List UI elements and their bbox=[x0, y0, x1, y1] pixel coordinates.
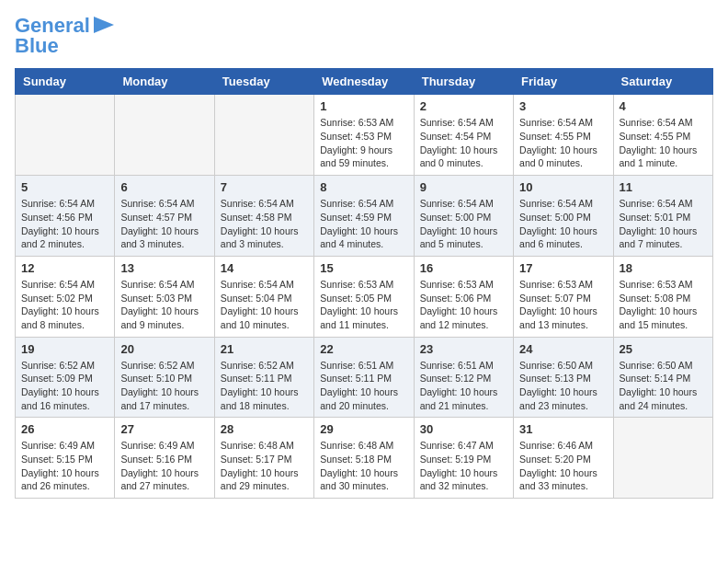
calendar-day-cell: 26Sunrise: 6:49 AMSunset: 5:15 PMDayligh… bbox=[16, 418, 115, 499]
weekday-header-tuesday: Tuesday bbox=[214, 69, 313, 95]
calendar-day-cell: 2Sunrise: 6:54 AMSunset: 4:54 PMDaylight… bbox=[414, 95, 513, 176]
calendar-day-cell: 1Sunrise: 6:53 AMSunset: 4:53 PMDaylight… bbox=[314, 95, 414, 176]
day-info: Sunrise: 6:54 AMSunset: 5:03 PMDaylight:… bbox=[120, 278, 208, 332]
calendar-day-cell: 21Sunrise: 6:52 AMSunset: 5:11 PMDayligh… bbox=[214, 337, 313, 418]
calendar-week-1: 1Sunrise: 6:53 AMSunset: 4:53 PMDaylight… bbox=[16, 95, 713, 176]
day-number: 14 bbox=[221, 261, 308, 275]
day-info: Sunrise: 6:53 AMSunset: 5:05 PMDaylight:… bbox=[320, 278, 407, 332]
calendar-day-cell: 31Sunrise: 6:46 AMSunset: 5:20 PMDayligh… bbox=[514, 418, 613, 499]
day-info: Sunrise: 6:53 AMSunset: 5:07 PMDaylight:… bbox=[519, 278, 607, 332]
day-number: 18 bbox=[620, 261, 707, 275]
calendar-day-cell: 12Sunrise: 6:54 AMSunset: 5:02 PMDayligh… bbox=[16, 256, 115, 337]
day-number: 16 bbox=[420, 261, 507, 275]
day-info: Sunrise: 6:54 AMSunset: 4:56 PMDaylight:… bbox=[21, 197, 108, 251]
calendar-day-cell: 17Sunrise: 6:53 AMSunset: 5:07 PMDayligh… bbox=[514, 256, 613, 337]
day-info: Sunrise: 6:50 AMSunset: 5:14 PMDaylight:… bbox=[620, 359, 707, 413]
day-info: Sunrise: 6:50 AMSunset: 5:13 PMDaylight:… bbox=[519, 359, 607, 413]
calendar-day-cell: 25Sunrise: 6:50 AMSunset: 5:14 PMDayligh… bbox=[613, 337, 712, 418]
calendar-day-cell: 13Sunrise: 6:54 AMSunset: 5:03 PMDayligh… bbox=[115, 256, 214, 337]
calendar-day-cell: 19Sunrise: 6:52 AMSunset: 5:09 PMDayligh… bbox=[16, 337, 115, 418]
calendar-day-cell: 14Sunrise: 6:54 AMSunset: 5:04 PMDayligh… bbox=[214, 256, 313, 337]
weekday-header-sunday: Sunday bbox=[16, 69, 115, 95]
day-info: Sunrise: 6:54 AMSunset: 5:04 PMDaylight:… bbox=[221, 278, 308, 332]
day-info: Sunrise: 6:52 AMSunset: 5:11 PMDaylight:… bbox=[221, 359, 308, 413]
calendar-day-cell: 18Sunrise: 6:53 AMSunset: 5:08 PMDayligh… bbox=[613, 256, 712, 337]
logo: General Blue bbox=[15, 15, 114, 57]
day-number: 2 bbox=[420, 99, 507, 113]
calendar-day-cell: 23Sunrise: 6:51 AMSunset: 5:12 PMDayligh… bbox=[414, 337, 513, 418]
day-info: Sunrise: 6:46 AMSunset: 5:20 PMDaylight:… bbox=[519, 439, 607, 493]
day-number: 3 bbox=[519, 99, 607, 113]
day-number: 10 bbox=[519, 180, 607, 194]
day-info: Sunrise: 6:54 AMSunset: 5:00 PMDaylight:… bbox=[519, 197, 607, 251]
day-number: 11 bbox=[620, 180, 707, 194]
day-info: Sunrise: 6:54 AMSunset: 4:59 PMDaylight:… bbox=[320, 197, 407, 251]
day-info: Sunrise: 6:52 AMSunset: 5:10 PMDaylight:… bbox=[120, 359, 208, 413]
day-info: Sunrise: 6:51 AMSunset: 5:11 PMDaylight:… bbox=[320, 359, 407, 413]
day-number: 8 bbox=[320, 180, 407, 194]
day-number: 25 bbox=[620, 342, 707, 356]
calendar-day-cell: 9Sunrise: 6:54 AMSunset: 5:00 PMDaylight… bbox=[414, 176, 513, 257]
day-number: 26 bbox=[21, 422, 108, 436]
calendar-day-cell: 16Sunrise: 6:53 AMSunset: 5:06 PMDayligh… bbox=[414, 256, 513, 337]
calendar-week-4: 19Sunrise: 6:52 AMSunset: 5:09 PMDayligh… bbox=[16, 337, 713, 418]
day-number: 29 bbox=[320, 422, 407, 436]
day-info: Sunrise: 6:54 AMSunset: 4:58 PMDaylight:… bbox=[221, 197, 308, 251]
calendar-week-5: 26Sunrise: 6:49 AMSunset: 5:15 PMDayligh… bbox=[16, 418, 713, 499]
calendar-day-cell: 5Sunrise: 6:54 AMSunset: 4:56 PMDaylight… bbox=[16, 176, 115, 257]
day-number: 6 bbox=[120, 180, 208, 194]
day-info: Sunrise: 6:48 AMSunset: 5:17 PMDaylight:… bbox=[221, 439, 308, 493]
calendar-day-cell bbox=[214, 95, 313, 176]
day-info: Sunrise: 6:54 AMSunset: 5:00 PMDaylight:… bbox=[420, 197, 507, 251]
day-info: Sunrise: 6:53 AMSunset: 5:08 PMDaylight:… bbox=[620, 278, 707, 332]
day-number: 1 bbox=[320, 99, 407, 113]
day-info: Sunrise: 6:48 AMSunset: 5:18 PMDaylight:… bbox=[320, 439, 407, 493]
day-number: 13 bbox=[120, 261, 208, 275]
weekday-header-monday: Monday bbox=[115, 69, 214, 95]
calendar-day-cell: 20Sunrise: 6:52 AMSunset: 5:10 PMDayligh… bbox=[115, 337, 214, 418]
day-number: 30 bbox=[420, 422, 507, 436]
day-info: Sunrise: 6:54 AMSunset: 5:01 PMDaylight:… bbox=[620, 197, 707, 251]
day-number: 17 bbox=[519, 261, 607, 275]
day-number: 31 bbox=[519, 422, 607, 436]
day-info: Sunrise: 6:54 AMSunset: 4:55 PMDaylight:… bbox=[519, 116, 607, 170]
logo-blue: Blue bbox=[15, 35, 59, 57]
day-info: Sunrise: 6:54 AMSunset: 5:02 PMDaylight:… bbox=[21, 278, 108, 332]
calendar-day-cell: 11Sunrise: 6:54 AMSunset: 5:01 PMDayligh… bbox=[613, 176, 712, 257]
day-number: 12 bbox=[21, 261, 108, 275]
page-header: General Blue bbox=[15, 15, 713, 57]
day-info: Sunrise: 6:49 AMSunset: 5:15 PMDaylight:… bbox=[21, 439, 108, 493]
calendar-week-2: 5Sunrise: 6:54 AMSunset: 4:56 PMDaylight… bbox=[16, 176, 713, 257]
calendar-day-cell: 7Sunrise: 6:54 AMSunset: 4:58 PMDaylight… bbox=[214, 176, 313, 257]
day-number: 9 bbox=[420, 180, 507, 194]
day-number: 27 bbox=[120, 422, 208, 436]
day-number: 5 bbox=[21, 180, 108, 194]
calendar-day-cell bbox=[613, 418, 712, 499]
day-info: Sunrise: 6:47 AMSunset: 5:19 PMDaylight:… bbox=[420, 439, 507, 493]
weekday-header-thursday: Thursday bbox=[414, 69, 513, 95]
calendar-day-cell: 28Sunrise: 6:48 AMSunset: 5:17 PMDayligh… bbox=[214, 418, 313, 499]
day-info: Sunrise: 6:54 AMSunset: 4:55 PMDaylight:… bbox=[620, 116, 707, 170]
calendar-day-cell: 30Sunrise: 6:47 AMSunset: 5:19 PMDayligh… bbox=[414, 418, 513, 499]
calendar-day-cell: 3Sunrise: 6:54 AMSunset: 4:55 PMDaylight… bbox=[514, 95, 613, 176]
calendar-week-3: 12Sunrise: 6:54 AMSunset: 5:02 PMDayligh… bbox=[16, 256, 713, 337]
calendar-header-row: SundayMondayTuesdayWednesdayThursdayFrid… bbox=[16, 69, 713, 95]
day-number: 20 bbox=[120, 342, 208, 356]
logo-arrow-icon bbox=[94, 17, 114, 33]
day-number: 4 bbox=[620, 99, 707, 113]
day-info: Sunrise: 6:49 AMSunset: 5:16 PMDaylight:… bbox=[120, 439, 208, 493]
day-number: 15 bbox=[320, 261, 407, 275]
day-number: 19 bbox=[21, 342, 108, 356]
calendar-day-cell: 6Sunrise: 6:54 AMSunset: 4:57 PMDaylight… bbox=[115, 176, 214, 257]
calendar-table: SundayMondayTuesdayWednesdayThursdayFrid… bbox=[15, 68, 713, 499]
day-info: Sunrise: 6:53 AMSunset: 4:53 PMDaylight:… bbox=[320, 116, 407, 170]
day-number: 28 bbox=[221, 422, 308, 436]
day-info: Sunrise: 6:51 AMSunset: 5:12 PMDaylight:… bbox=[420, 359, 507, 413]
calendar-day-cell: 4Sunrise: 6:54 AMSunset: 4:55 PMDaylight… bbox=[613, 95, 712, 176]
calendar-day-cell: 22Sunrise: 6:51 AMSunset: 5:11 PMDayligh… bbox=[314, 337, 414, 418]
svg-marker-0 bbox=[94, 17, 114, 33]
weekday-header-friday: Friday bbox=[514, 69, 613, 95]
day-number: 7 bbox=[221, 180, 308, 194]
calendar-day-cell: 24Sunrise: 6:50 AMSunset: 5:13 PMDayligh… bbox=[514, 337, 613, 418]
day-info: Sunrise: 6:54 AMSunset: 4:54 PMDaylight:… bbox=[420, 116, 507, 170]
